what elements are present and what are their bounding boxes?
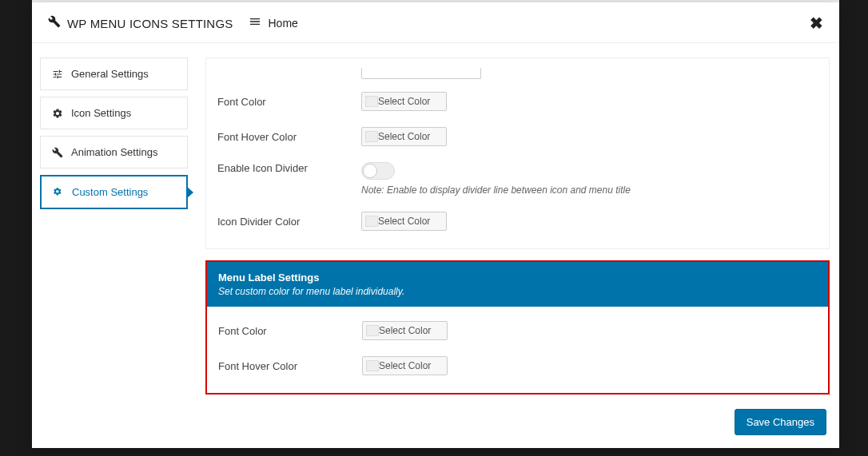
menu-label-settings-panel: Menu Label Settings Set custom color for… <box>205 260 830 395</box>
select-color-button[interactable]: Select Color <box>361 127 447 146</box>
select-color-button[interactable]: Select Color <box>361 92 447 111</box>
close-icon[interactable]: ✖ <box>810 14 823 33</box>
sliders-icon <box>50 69 65 80</box>
color-swatch <box>366 325 379 336</box>
gears-icon <box>51 187 66 198</box>
sidebar-item-label: Icon Settings <box>71 107 131 119</box>
sidebar-item-general[interactable]: General Settings <box>40 57 188 90</box>
partial-field-row <box>217 65 818 84</box>
settings-content[interactable]: Font Color Select Color Font Hover Color <box>196 43 839 401</box>
label-font-color-row: Font Color Select Color <box>218 313 817 348</box>
icon-settings-panel: Font Color Select Color Font Hover Color <box>205 57 830 249</box>
breadcrumb-home[interactable]: Home <box>268 17 297 30</box>
partial-input[interactable] <box>361 68 481 79</box>
settings-sidebar: General Settings Icon Settings Animation… <box>32 43 196 401</box>
divider-color-row: Icon Divider Color Select Color <box>217 204 818 239</box>
wrench-icon <box>50 147 65 158</box>
panel-subtitle: Set custom color for menu label individu… <box>218 286 817 297</box>
settings-modal: WP MENU ICONS SETTINGS Home ✖ General Se… <box>32 2 839 448</box>
modal-footer: Save Changes <box>32 401 839 448</box>
sidebar-item-label: General Settings <box>71 68 149 80</box>
modal-header: WP MENU ICONS SETTINGS Home ✖ <box>32 2 839 43</box>
modal-body: General Settings Icon Settings Animation… <box>32 43 839 401</box>
toggle-knob <box>363 164 377 178</box>
sidebar-item-custom[interactable]: Custom Settings <box>40 175 188 209</box>
panel-header: Menu Label Settings Set custom color for… <box>207 262 828 307</box>
select-color-button[interactable]: Select Color <box>362 356 448 375</box>
gear-icon <box>50 108 65 119</box>
color-swatch <box>366 360 379 371</box>
select-color-button[interactable]: Select Color <box>362 321 448 340</box>
row-label: Font Hover Color <box>218 360 362 372</box>
row-label: Enable Icon Divider <box>217 162 361 174</box>
panel-title: Menu Label Settings <box>218 272 817 284</box>
row-label: Font Color <box>218 325 362 337</box>
font-hover-color-row: Font Hover Color Select Color <box>217 119 818 154</box>
color-swatch <box>365 216 378 227</box>
enable-divider-toggle[interactable] <box>361 162 395 180</box>
color-swatch <box>365 131 378 142</box>
label-font-hover-color-row: Font Hover Color Select Color <box>218 348 817 383</box>
wrench-icon <box>48 15 61 31</box>
select-color-button[interactable]: Select Color <box>361 212 447 231</box>
save-changes-button[interactable]: Save Changes <box>735 409 826 435</box>
panel-body: Font Color Select Color Font Hover Color <box>206 58 829 248</box>
row-label: Font Color <box>217 96 361 108</box>
sidebar-item-label: Animation Settings <box>71 146 157 158</box>
divider-note: Note: Enable to display divider line bet… <box>361 184 818 196</box>
enable-divider-row: Enable Icon Divider Note: Enable to disp… <box>217 154 818 204</box>
row-label: Font Hover Color <box>217 131 361 143</box>
modal-title: WP MENU ICONS SETTINGS <box>67 17 233 30</box>
sidebar-item-icon[interactable]: Icon Settings <box>40 97 188 129</box>
panel-body: Font Color Select Color Font Hover Color <box>207 307 828 393</box>
sidebar-item-label: Custom Settings <box>72 186 148 198</box>
sidebar-item-animation[interactable]: Animation Settings <box>40 136 188 169</box>
font-color-row: Font Color Select Color <box>217 84 818 119</box>
row-label: Icon Divider Color <box>217 216 361 228</box>
hamburger-icon[interactable] <box>249 15 261 31</box>
color-swatch <box>365 96 378 107</box>
